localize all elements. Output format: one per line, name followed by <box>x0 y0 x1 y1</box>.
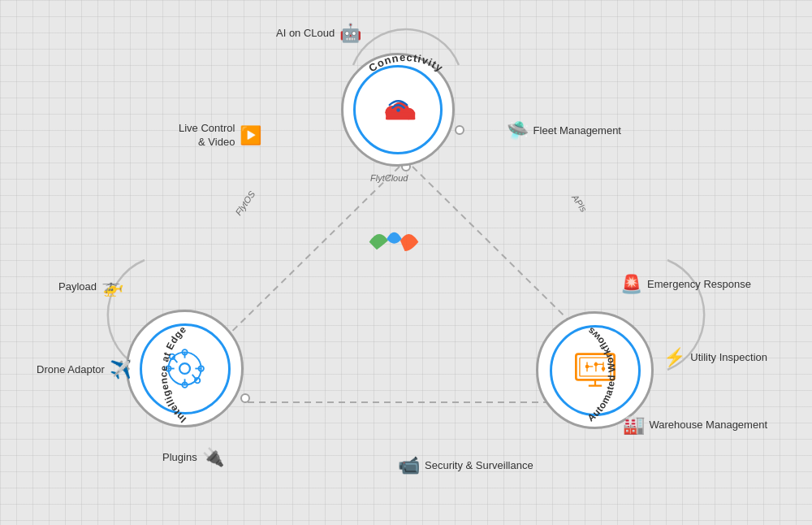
utility-label: Utility Inspection <box>690 351 767 365</box>
connectivity-inner <box>353 65 443 154</box>
monitor-icon <box>572 350 619 391</box>
payload-label: Payload <box>58 280 97 294</box>
fleet-mgmt-feature: 🛸 Fleet Management <box>507 122 621 140</box>
ai-cloud-label: AI on CLoud <box>276 27 335 41</box>
security-label: Security & Surveillance <box>425 459 533 473</box>
warehouse-label: Warehouse Management <box>650 419 768 432</box>
cloud-wifi-icon <box>376 92 421 128</box>
emergency-icon: 🚨 <box>620 276 642 293</box>
utility-icon: ⚡ <box>663 349 685 367</box>
flytos-label: FlytOS <box>233 189 257 217</box>
utility-inspection-feature: ⚡ Utility Inspection <box>663 349 767 367</box>
connectivity-node <box>341 53 455 167</box>
ai-cloud-feature: AI on CLoud 🤖 <box>276 24 361 42</box>
diagram-container: Connectivity FlytCloud AI on CLoud 🤖 Liv… <box>0 0 812 525</box>
security-icon: 📹 <box>398 457 420 475</box>
svg-point-16 <box>396 108 400 112</box>
svg-rect-15 <box>386 116 415 119</box>
warehouse-mgmt-feature: 🏭 Warehouse Management <box>623 416 768 434</box>
ai-cloud-icon: 🤖 <box>339 24 361 42</box>
drone-adaptor-feature: Drone Adaptor ✈️ <box>37 361 132 379</box>
hub-icon <box>161 346 209 391</box>
drone-adaptor-label: Drone Adaptor <box>37 363 105 377</box>
intelligence-node <box>126 310 244 427</box>
payload-icon: 🚁 <box>102 278 123 296</box>
fleet-mgmt-icon: 🛸 <box>507 122 529 140</box>
svg-point-40 <box>585 364 589 368</box>
workflows-node <box>536 311 654 429</box>
svg-point-6 <box>456 126 464 134</box>
plugins-icon: 🔌 <box>202 449 224 466</box>
svg-point-42 <box>601 367 605 371</box>
flytcloud-label: FlytCloud <box>370 173 408 183</box>
flytbase-logo <box>365 218 422 262</box>
live-control-label: Live Control& Video <box>179 122 235 150</box>
intelligence-inner <box>140 323 231 414</box>
svg-rect-34 <box>579 358 610 376</box>
live-control-feature: Live Control& Video ▶️ <box>179 122 261 150</box>
fleet-mgmt-label: Fleet Management <box>533 124 621 138</box>
center-logo <box>365 219 422 260</box>
apis-label: APIs <box>570 193 589 214</box>
plugins-label: Plugins <box>162 451 197 465</box>
live-control-icon: ▶️ <box>240 127 261 145</box>
svg-point-7 <box>241 394 249 402</box>
warehouse-icon: 🏭 <box>623 416 645 434</box>
plugins-feature: Plugins 🔌 <box>162 449 224 466</box>
svg-point-41 <box>594 362 598 367</box>
payload-feature: Payload 🚁 <box>58 278 123 296</box>
emergency-response-feature: 🚨 Emergency Response <box>620 276 751 293</box>
drone-adaptor-icon: ✈️ <box>110 361 132 379</box>
security-feature: 📹 Security & Surveillance <box>398 457 533 475</box>
emergency-label: Emergency Response <box>647 278 751 292</box>
workflows-inner <box>550 325 641 416</box>
svg-point-18 <box>179 363 190 374</box>
